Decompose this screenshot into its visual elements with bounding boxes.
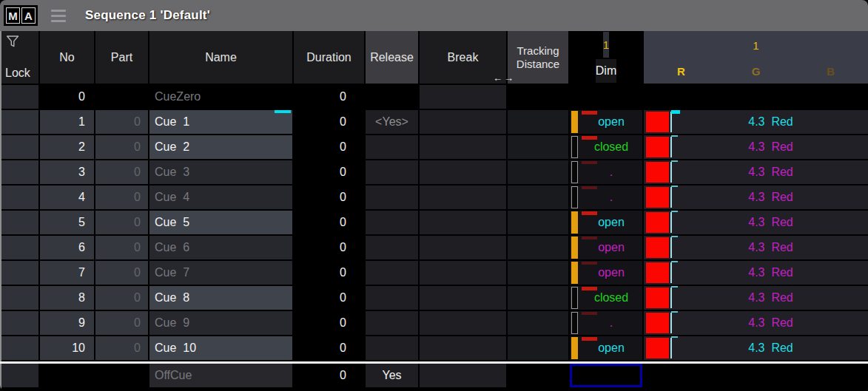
cue-name-cell[interactable]: Cue 8 [149,286,294,311]
cue-number-cell[interactable]: 2 [40,135,95,160]
break-cell[interactable] [420,286,508,311]
cue-name-cell[interactable]: Cue 5 [149,211,294,236]
tracking-distance-cell[interactable] [508,186,570,211]
rgb-value-cell[interactable]: 4.3 Red [644,186,868,211]
cue-row-7[interactable]: 70Cue 70open4.3 Red [1,261,868,286]
rgb-value-cell[interactable]: 4.3 Red [644,211,868,236]
cue-name-cell[interactable]: CueZero [149,85,294,110]
release-cell[interactable] [366,85,420,110]
release-cell[interactable] [366,286,420,311]
cue-number-cell[interactable]: 10 [40,336,95,361]
column-header-b[interactable]: B [793,59,868,83]
break-cell[interactable] [420,110,508,135]
duration-cell[interactable]: 0 [294,236,366,261]
rgb-value-cell[interactable]: 4.3 Red [644,286,868,311]
duration-cell[interactable]: 0 [294,160,366,186]
cue-name-cell[interactable]: Cue 3 [149,160,294,186]
focus-frame[interactable] [570,364,642,387]
column-header-r[interactable]: R [644,59,719,83]
dim-value-cell[interactable]: open [570,211,644,236]
tracking-distance-cell[interactable] [508,160,570,186]
break-cell[interactable] [420,211,508,236]
part-cell[interactable]: 0 [95,110,149,135]
dim-value-cell[interactable]: closed [570,135,644,160]
break-cell[interactable] [420,311,508,336]
duration-cell[interactable]: 0 [294,186,366,211]
part-cell[interactable]: 0 [95,261,149,286]
tracking-distance-cell[interactable] [508,261,570,286]
duration-cell[interactable]: 0 [294,364,366,389]
cue-number-cell[interactable]: 3 [40,160,95,186]
part-cell[interactable]: 0 [95,135,149,160]
cuezero-row[interactable]: 0CueZero0 [1,85,868,110]
column-header-duration[interactable]: Duration [294,31,366,85]
part-cell[interactable]: 0 [95,211,149,236]
dim-value-cell[interactable]: open [570,236,644,261]
filter-icon[interactable] [5,34,21,52]
cue-number-cell[interactable]: 5 [40,211,95,236]
release-cell[interactable]: <Yes> [366,110,420,135]
column-header-release[interactable]: Release [366,31,420,85]
lock-cell[interactable] [1,286,40,311]
dim-value-cell[interactable]: . [570,160,644,186]
release-cell[interactable] [366,261,420,286]
cue-row-1[interactable]: 10Cue 10<Yes>open4.3 Red [1,110,868,135]
rgb-value-cell[interactable]: 4.3 Red [644,311,868,336]
lock-cell[interactable] [1,261,40,286]
part-cell[interactable]: 0 [95,236,149,261]
cue-row-4[interactable]: 40Cue 40.4.3 Red [1,186,868,211]
rgb-value-cell[interactable]: 4.3 Red [644,110,868,135]
column-header-lock[interactable]: Lock [1,31,40,85]
rgb-value-cell[interactable]: 4.3 Red [644,336,868,361]
cue-name-cell[interactable]: Cue 10 [149,336,294,361]
dim-value-cell[interactable]: open [570,336,644,361]
cue-name-cell[interactable]: OffCue [149,364,294,389]
dim-value-cell[interactable]: closed [570,286,644,311]
cue-name-cell[interactable]: Cue 1 [149,110,294,135]
tracking-distance-cell[interactable] [508,85,570,110]
dim-value-cell[interactable] [570,364,644,389]
column-header-rgb-group[interactable]: 1 R G B [644,31,868,85]
break-cell[interactable] [420,261,508,286]
window-menu-icon[interactable] [51,10,66,22]
tracking-distance-cell[interactable] [508,211,570,236]
cue-row-5[interactable]: 50Cue 50open4.3 Red [1,211,868,236]
duration-cell[interactable]: 0 [294,336,366,361]
lock-cell[interactable] [1,186,40,211]
rgb-value-cell[interactable]: 4.3 Red [644,236,868,261]
column-header-name[interactable]: Name [149,31,294,85]
release-cell[interactable] [366,135,420,160]
cue-name-cell[interactable]: Cue 9 [149,311,294,336]
dim-value-cell[interactable]: . [570,186,644,211]
cue-number-cell[interactable]: 7 [40,261,95,286]
rgb-value-cell[interactable]: 4.3 Red [644,160,868,186]
column-header-tracking-distance[interactable]: Tracking Distance [508,31,570,85]
cue-row-6[interactable]: 60Cue 60open4.3 Red [1,236,868,261]
dim-value-cell[interactable]: open [570,261,644,286]
cue-number-cell[interactable] [40,364,95,389]
column-header-g[interactable]: G [719,59,793,83]
tracking-distance-cell[interactable] [508,364,570,389]
lock-cell[interactable] [1,160,40,186]
cue-number-cell[interactable]: 8 [40,286,95,311]
rgb-value-cell[interactable] [644,85,868,110]
release-cell[interactable] [366,160,420,186]
part-cell[interactable] [95,85,149,110]
duration-cell[interactable]: 0 [294,110,366,135]
lock-cell[interactable] [1,364,40,389]
tracking-distance-cell[interactable] [508,236,570,261]
cue-number-cell[interactable]: 0 [40,85,95,110]
part-cell[interactable]: 0 [95,311,149,336]
break-cell[interactable] [420,135,508,160]
lock-cell[interactable] [1,336,40,361]
tracking-distance-cell[interactable] [508,311,570,336]
tracking-distance-cell[interactable] [508,336,570,361]
duration-cell[interactable]: 0 [294,311,366,336]
break-cell[interactable] [420,160,508,186]
dim-value-cell[interactable]: open [570,110,644,135]
break-cell[interactable] [420,85,508,110]
column-header-dim[interactable]: Dim [596,59,616,83]
duration-cell[interactable]: 0 [294,286,366,311]
column-header-no[interactable]: No [40,31,95,85]
column-header-part[interactable]: Part [95,31,149,85]
